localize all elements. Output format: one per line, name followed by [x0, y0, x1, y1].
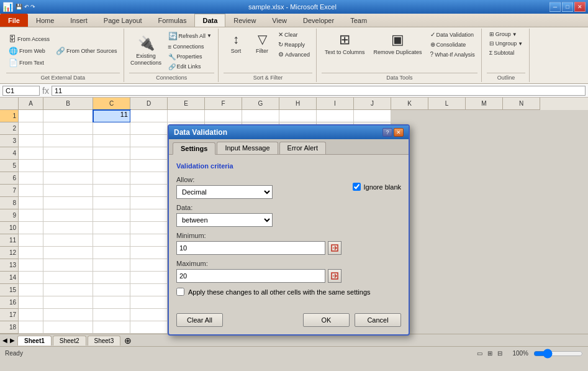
dialog-close-button[interactable]: ✕: [394, 128, 404, 137]
cell[interactable]: [93, 222, 130, 234]
cell[interactable]: [43, 222, 93, 234]
cell[interactable]: [130, 309, 168, 321]
cell[interactable]: [19, 222, 43, 234]
insert-sheet-button[interactable]: ⊕: [124, 336, 132, 346]
tab-review[interactable]: Review: [225, 14, 264, 27]
cell-g1[interactable]: [242, 110, 279, 122]
cell[interactable]: [93, 272, 130, 284]
reapply-button[interactable]: ↻ Reapply: [276, 40, 312, 49]
ignore-blank-checkbox[interactable]: [353, 183, 361, 191]
subtotal-button[interactable]: Σ Subtotal: [487, 48, 517, 57]
cell[interactable]: [93, 284, 130, 296]
sheet-tab-sheet1[interactable]: Sheet1: [17, 336, 52, 346]
cell[interactable]: [19, 309, 43, 321]
cell[interactable]: [130, 284, 168, 296]
cell[interactable]: [130, 321, 168, 334]
cell-a1[interactable]: [19, 110, 43, 122]
tab-team[interactable]: Team: [342, 14, 375, 27]
cell-j1[interactable]: [354, 110, 391, 122]
dialog-tab-input-message[interactable]: Input Message: [217, 142, 278, 154]
cell[interactable]: [93, 296, 130, 309]
cell[interactable]: [43, 247, 93, 259]
data-validation-button[interactable]: ✓ Data Validation: [428, 30, 477, 39]
clear-button[interactable]: ✕ Clear: [276, 30, 312, 39]
cell[interactable]: [19, 209, 43, 222]
cell[interactable]: [130, 122, 168, 135]
sheet-tab-sheet2[interactable]: Sheet2: [53, 336, 86, 346]
sheet-tab-sheet3[interactable]: Sheet3: [88, 336, 121, 346]
page-layout-view-button[interactable]: ⊞: [487, 350, 492, 357]
zoom-slider[interactable]: [533, 349, 583, 358]
tab-pagelayout[interactable]: Page Layout: [96, 14, 150, 27]
cell[interactable]: [93, 234, 130, 247]
cell-f1[interactable]: [205, 110, 242, 122]
cell[interactable]: [93, 197, 130, 209]
cell[interactable]: [19, 321, 43, 334]
minimize-button[interactable]: ─: [550, 2, 561, 12]
dialog-tab-error-alert[interactable]: Error Alert: [279, 142, 327, 154]
cell[interactable]: [43, 272, 93, 284]
advanced-button[interactable]: ⚙ Advanced: [276, 50, 312, 59]
cell[interactable]: [130, 234, 168, 247]
dialog-help-button[interactable]: ?: [382, 128, 392, 137]
cell[interactable]: [130, 172, 168, 185]
maximum-input[interactable]: [176, 269, 325, 283]
filter-button[interactable]: ▽ Filter: [250, 30, 274, 56]
from-other-sources-button[interactable]: 🔗 From Other Sources: [53, 45, 120, 57]
tab-view[interactable]: View: [264, 14, 295, 27]
allow-select[interactable]: Any value Whole number Decimal List Date…: [176, 185, 273, 199]
cell[interactable]: [93, 309, 130, 321]
sheet-nav-left[interactable]: ◀: [2, 337, 7, 344]
group-button[interactable]: ⊞ Group ▼: [487, 30, 520, 39]
ungroup-button[interactable]: ⊟ Ungroup ▼: [487, 39, 525, 48]
cell[interactable]: [19, 259, 43, 272]
cell[interactable]: [19, 185, 43, 197]
apply-changes-checkbox[interactable]: [176, 288, 184, 296]
cell[interactable]: [130, 222, 168, 234]
cell[interactable]: [93, 247, 130, 259]
cell[interactable]: [43, 135, 93, 147]
cancel-button[interactable]: Cancel: [355, 313, 401, 327]
cell[interactable]: [93, 321, 130, 334]
refresh-button[interactable]: 🔄 Refresh All ▼: [166, 30, 214, 42]
from-text-button[interactable]: 📄 From Text: [6, 57, 52, 68]
tab-home[interactable]: Home: [28, 14, 62, 27]
existing-connections-button[interactable]: 🔌 Existing Connections: [129, 34, 163, 68]
cell[interactable]: [19, 122, 43, 135]
cell[interactable]: [43, 160, 93, 172]
cell[interactable]: [19, 172, 43, 185]
cell[interactable]: [93, 209, 130, 222]
cell-d1[interactable]: [130, 110, 168, 122]
cell[interactable]: [130, 185, 168, 197]
cell[interactable]: [43, 321, 93, 334]
minimum-range-button[interactable]: [328, 241, 341, 255]
ok-button[interactable]: OK: [303, 313, 350, 327]
cell[interactable]: [93, 147, 130, 160]
cell[interactable]: [19, 272, 43, 284]
cell-i1[interactable]: [317, 110, 354, 122]
edit-links-button[interactable]: 🔗 Edit Links: [166, 62, 214, 71]
cell[interactable]: [19, 147, 43, 160]
cell[interactable]: [130, 272, 168, 284]
cell[interactable]: [43, 185, 93, 197]
properties-button[interactable]: 🔧 Properties: [166, 52, 214, 62]
cell-h1[interactable]: [279, 110, 317, 122]
remove-duplicates-button[interactable]: ▣ Remove Duplicates: [371, 30, 425, 58]
cell[interactable]: [130, 135, 168, 147]
what-if-button[interactable]: ? What-If Analysis: [428, 50, 477, 59]
cell[interactable]: [93, 135, 130, 147]
cell[interactable]: [19, 247, 43, 259]
cell-reference-box[interactable]: [2, 86, 40, 96]
from-web-button[interactable]: 🌐 From Web: [6, 45, 52, 57]
cell[interactable]: [43, 234, 93, 247]
consolidate-button[interactable]: ⊕ Consolidate: [428, 40, 477, 49]
cell[interactable]: [19, 234, 43, 247]
dialog-tab-settings[interactable]: Settings: [173, 142, 215, 155]
cell[interactable]: [43, 284, 93, 296]
cell[interactable]: [93, 172, 130, 185]
cell[interactable]: [93, 122, 130, 135]
sheet-nav-right[interactable]: ▶: [10, 337, 15, 344]
tab-developer[interactable]: Developer: [295, 14, 342, 27]
minimum-input[interactable]: [176, 241, 325, 255]
tab-formulas[interactable]: Formulas: [150, 14, 195, 27]
